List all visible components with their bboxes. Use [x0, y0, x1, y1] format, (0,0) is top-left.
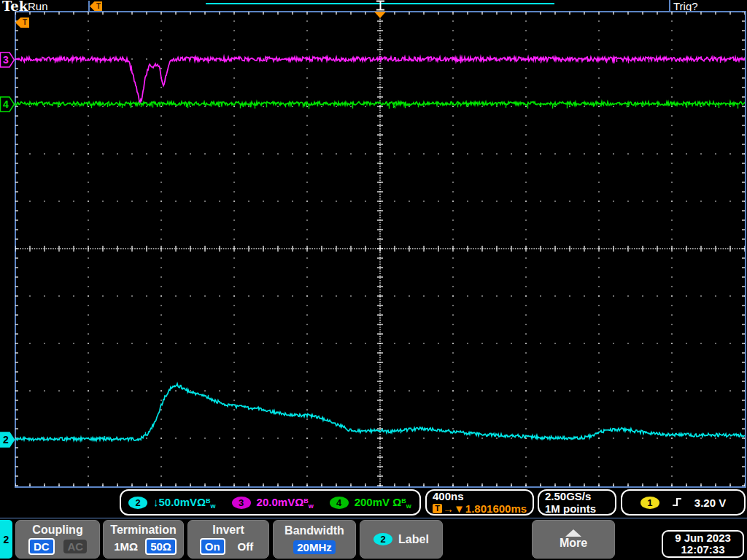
svg-text:4: 4 — [3, 98, 9, 110]
menu-separator — [0, 518, 747, 518]
ch3-scale: 20.0mVΩBw — [257, 496, 314, 510]
termination-option-1m[interactable]: 1MΩ — [110, 540, 142, 553]
sample-rate: 2.50GS/s — [545, 490, 591, 502]
svg-text:2: 2 — [3, 434, 9, 446]
waveform-display — [15, 12, 745, 486]
ch4-scale: 200mV ΩBw — [355, 496, 411, 510]
more-up-arrow-icon — [565, 529, 581, 537]
termination-option-50[interactable]: 50Ω — [145, 538, 177, 555]
invert-option-on[interactable]: On — [200, 538, 225, 555]
timebase-scale: 400ns — [433, 490, 464, 502]
label-button[interactable]: 2 Label — [360, 520, 443, 559]
invert-button[interactable]: Invert On Off — [187, 520, 269, 559]
label-channel-badge: 2 — [374, 533, 392, 545]
channel-3-position-marker[interactable]: 3 — [0, 52, 15, 68]
trigger-t-icon: T — [433, 504, 442, 513]
coupling-option-dc[interactable]: DC — [28, 538, 55, 555]
more-button[interactable]: More — [532, 520, 615, 559]
coupling-title: Coupling — [32, 524, 82, 537]
channel-menu-tab: 2 — [0, 520, 12, 559]
trigger-readout: 1 3.20 V — [621, 489, 746, 516]
timebase-readout: 400ns T →▼ 1.801600ms — [425, 489, 534, 516]
timebase-delay: T →▼ 1.801600ms — [433, 502, 527, 515]
trigger-level: 3.20 V — [694, 497, 726, 509]
ch2-scale: ↓50.0mVΩBw — [153, 496, 216, 510]
rising-edge-icon — [671, 497, 683, 508]
acquisition-readout: 2.50GS/s 1M points — [538, 489, 616, 516]
date: 9 Jun 2023 — [675, 532, 731, 544]
svg-text:3: 3 — [3, 54, 9, 66]
invert-title: Invert — [212, 524, 244, 537]
ch4-badge: 4 — [330, 497, 349, 509]
time: 12:07:33 — [681, 544, 724, 556]
expansion-point-ibeam-icon — [376, 0, 385, 11]
termination-button[interactable]: Termination 1MΩ 50Ω — [103, 520, 184, 559]
bandwidth-button[interactable]: Bandwidth 20MHz — [273, 520, 356, 559]
channel-4-position-marker[interactable]: 4 — [0, 96, 15, 112]
trigger-position-triangle-icon — [374, 12, 386, 18]
bandwidth-title: Bandwidth — [285, 524, 344, 537]
top-status-bar: Tek Run T Trig? — [0, 0, 747, 12]
ch3-badge: 3 — [232, 497, 251, 509]
termination-title: Termination — [110, 524, 176, 537]
trigger-position-record-icon: T — [90, 1, 102, 11]
datetime-box: 9 Jun 2023 12:07:33 — [662, 530, 744, 558]
record-view-left-tick — [88, 1, 90, 12]
bandwidth-option-20mhz[interactable]: 20MHz — [293, 540, 336, 554]
ch2-badge: 2 — [128, 497, 147, 509]
coupling-option-ac[interactable]: AC — [63, 540, 87, 553]
channel-2-position-marker[interactable]: 2 — [0, 432, 15, 448]
record-view-right-tick — [669, 0, 670, 11]
record-length: 1M points — [545, 502, 596, 515]
more-title: More — [560, 537, 587, 550]
trigger-source-badge: 1 — [640, 497, 659, 509]
coupling-button[interactable]: Coupling DC AC — [15, 520, 100, 559]
invert-option-off[interactable]: Off — [234, 540, 258, 553]
label-title: Label — [398, 533, 429, 546]
channel-readouts: 2 ↓50.0mVΩBw 3 20.0mVΩBw 4 200mV ΩBw — [120, 489, 421, 516]
